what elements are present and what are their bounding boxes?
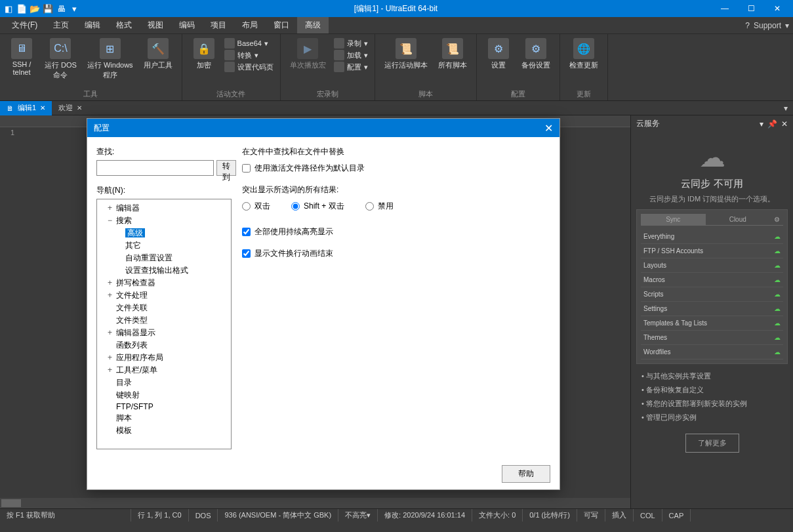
- cloud-panel: 云服务 ▾ 📌 ✕ ☁ 云同步 不可用 云同步是为 IDM 订阅提供的一个选项。…: [630, 115, 793, 508]
- learn-more-button[interactable]: 了解更多: [685, 434, 739, 453]
- list-item[interactable]: Scripts☁: [641, 287, 783, 302]
- close-icon[interactable]: ✕: [77, 104, 82, 112]
- list-item[interactable]: Settings☁: [641, 302, 783, 316]
- play-macro-button[interactable]: ▶单次播放宏: [286, 37, 330, 72]
- close-icon[interactable]: ✕: [781, 119, 788, 129]
- close-icon[interactable]: ✕: [544, 122, 553, 134]
- tree-node[interactable]: 其它: [98, 239, 230, 252]
- menu-window[interactable]: 窗口: [266, 17, 297, 33]
- pin-icon[interactable]: 📌: [767, 119, 777, 129]
- help-button[interactable]: 帮助: [502, 465, 550, 483]
- all-scripts-button[interactable]: 📜所有脚本: [434, 37, 471, 72]
- list-item[interactable]: Macros☁: [641, 273, 783, 287]
- save-icon[interactable]: 💾: [42, 3, 54, 14]
- encrypt-button[interactable]: 🔒加密: [188, 37, 220, 72]
- list-item[interactable]: FTP / SSH Accounts☁: [641, 244, 783, 258]
- base64-button[interactable]: Base64 ▾: [224, 38, 274, 49]
- cb-show-wrap-anim[interactable]: 显示文件换行动画结束: [242, 248, 550, 259]
- ribbon-group-label: 脚本: [380, 88, 471, 99]
- tree-node[interactable]: 目录: [98, 377, 230, 389]
- tree-node[interactable]: 文件关联: [98, 302, 230, 314]
- tree-node[interactable]: +拼写检查器: [98, 277, 230, 289]
- tree-node[interactable]: +工具栏/菜单: [98, 364, 230, 377]
- list-item[interactable]: Everything☁: [641, 230, 783, 244]
- status-col[interactable]: COL: [634, 509, 662, 522]
- qat-dropdown-icon[interactable]: ▾: [68, 3, 80, 14]
- status-encoding2[interactable]: 936 (ANSI/OEM - 简体中文 GBK): [218, 509, 338, 522]
- panel-dropdown-icon[interactable]: ▾: [760, 119, 763, 129]
- tabs-dropdown-icon[interactable]: ▾: [784, 104, 793, 113]
- gear-icon[interactable]: ⚙: [770, 214, 783, 225]
- tree-node[interactable]: +应用程序布局: [98, 352, 230, 364]
- support-link[interactable]: Support: [754, 21, 781, 30]
- horizontal-scrollbar[interactable]: [0, 498, 630, 508]
- tree-node[interactable]: 设置查找输出格式: [98, 264, 230, 277]
- minimize-button[interactable]: ―: [712, 0, 738, 17]
- tree-node[interactable]: 文件类型: [98, 314, 230, 327]
- close-button[interactable]: ✕: [764, 0, 790, 17]
- help-icon[interactable]: ?: [745, 21, 750, 30]
- load-button[interactable]: 加载 ▾: [334, 50, 368, 60]
- menu-edit[interactable]: 编辑: [77, 17, 108, 33]
- status-highlight[interactable]: 不高亮 ▾: [338, 509, 378, 522]
- find-input[interactable]: [96, 160, 214, 176]
- sync-tab[interactable]: Sync: [641, 214, 706, 225]
- tree-node[interactable]: 高级: [98, 227, 230, 239]
- ribbon-group-script: 📜运行活动脚本 📜所有脚本 脚本: [375, 34, 477, 100]
- menu-advanced[interactable]: 高级: [297, 17, 329, 33]
- tree-node[interactable]: 函数列表: [98, 339, 230, 352]
- open-icon[interactable]: 📂: [29, 3, 41, 14]
- tree-node[interactable]: +编辑器显示: [98, 327, 230, 339]
- menu-home[interactable]: 主页: [45, 17, 77, 33]
- cloud-tab[interactable]: Cloud: [706, 214, 771, 225]
- list-item[interactable]: Layouts☁: [641, 258, 783, 273]
- ssh-telnet-button[interactable]: 🖥SSH / telnet: [5, 37, 38, 77]
- nav-tree[interactable]: +编辑器−搜索高级其它自动重置设置设置查找输出格式+拼写检查器+文件处理文件关联…: [96, 199, 232, 449]
- tree-node[interactable]: −搜索: [98, 215, 230, 227]
- dropdown-icon[interactable]: ▾: [785, 21, 789, 30]
- list-item[interactable]: Templates & Tag Lists☁: [641, 316, 783, 331]
- tree-node[interactable]: 键映射: [98, 389, 230, 401]
- user-tools-button[interactable]: 🔨用户工具: [140, 37, 176, 72]
- goto-button[interactable]: 转到: [216, 160, 236, 176]
- menu-layout[interactable]: 布局: [234, 17, 266, 33]
- tree-node[interactable]: +编辑器: [98, 202, 230, 215]
- status-insert[interactable]: 插入: [605, 509, 634, 522]
- tree-node[interactable]: 脚本: [98, 412, 230, 424]
- record-button[interactable]: 录制 ▾: [334, 38, 368, 49]
- close-icon[interactable]: ✕: [40, 104, 45, 112]
- tree-node[interactable]: FTP/SFTP: [98, 401, 230, 412]
- list-item[interactable]: Themes☁: [641, 331, 783, 345]
- backup-settings-button[interactable]: ⚙备份设置: [518, 37, 554, 72]
- codepage-button[interactable]: 设置代码页: [224, 62, 274, 72]
- settings-button[interactable]: ⚙设置: [482, 37, 515, 72]
- tree-node[interactable]: 模板: [98, 424, 230, 437]
- status-rw[interactable]: 可写: [577, 509, 605, 522]
- check-update-button[interactable]: 🌐检查更新: [565, 37, 602, 72]
- tree-node[interactable]: +文件处理: [98, 289, 230, 302]
- tree-node[interactable]: 自动重置设置: [98, 252, 230, 264]
- tab-welcome[interactable]: 欢迎 ✕: [52, 101, 89, 115]
- tab-edit1[interactable]: 🗎 编辑1 ✕: [0, 101, 52, 115]
- menu-view[interactable]: 视图: [140, 17, 171, 33]
- dos-cmd-button[interactable]: C:\运行 DOS 命令: [41, 37, 81, 81]
- convert-button[interactable]: 转换 ▾: [224, 50, 274, 60]
- windows-prog-button[interactable]: ⊞运行 Windows 程序: [83, 37, 137, 81]
- maximize-button[interactable]: ☐: [738, 0, 764, 17]
- print-icon[interactable]: 🖶: [55, 3, 67, 14]
- menu-file[interactable]: 文件(F): [4, 17, 45, 33]
- status-selection: 0/1 (比特/行): [523, 509, 577, 522]
- cb-use-active-path[interactable]: 使用激活文件路径作为默认目录: [242, 163, 550, 174]
- run-script-button[interactable]: 📜运行活动脚本: [380, 37, 432, 72]
- radio-dblclick[interactable]: 双击: [242, 201, 270, 212]
- radio-shift-dblclick[interactable]: Shift + 双击: [291, 201, 344, 212]
- cb-persistent-highlight[interactable]: 全部使用持续高亮显示: [242, 226, 550, 237]
- radio-disable[interactable]: 禁用: [365, 201, 394, 212]
- config-button[interactable]: 配置 ▾: [334, 62, 368, 72]
- menu-format[interactable]: 格式: [108, 17, 140, 33]
- menu-coding[interactable]: 编码: [171, 17, 203, 33]
- status-encoding1[interactable]: DOS: [189, 509, 218, 522]
- menu-project[interactable]: 项目: [203, 17, 234, 33]
- new-icon[interactable]: 📄: [16, 3, 28, 14]
- list-item[interactable]: Wordfiles☁: [641, 345, 783, 359]
